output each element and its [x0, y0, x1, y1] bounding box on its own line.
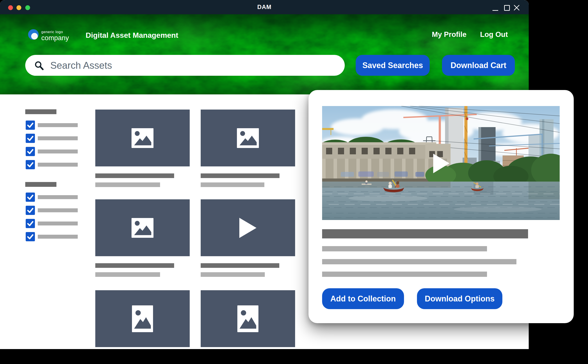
asset-tile-image[interactable] — [201, 110, 295, 166]
download-cart-button[interactable]: Download Cart — [442, 55, 515, 76]
checkbox-checked[interactable] — [26, 219, 35, 228]
maximize-icon[interactable] — [504, 5, 510, 11]
asset-tile-image[interactable] — [95, 110, 190, 166]
filter-row — [26, 121, 91, 130]
minimize-icon[interactable] — [492, 10, 498, 11]
search-icon — [34, 60, 44, 71]
checkbox-checked[interactable] — [26, 147, 35, 156]
logo-line1: generic logo — [41, 30, 69, 34]
hero-shading — [0, 14, 529, 94]
saved-searches-button[interactable]: Saved Searches — [356, 55, 430, 76]
asset-title-placeholder — [95, 263, 174, 268]
nav-my-profile[interactable]: My Profile — [432, 30, 467, 39]
checkbox-checked[interactable] — [26, 206, 35, 215]
filter-row — [26, 232, 91, 241]
asset-title-placeholder — [95, 173, 174, 178]
company-logo-text: generic logo company — [41, 30, 69, 41]
check-icon — [26, 193, 35, 202]
filter-group-1-header-placeholder — [25, 109, 56, 114]
logo-line2: company — [41, 34, 69, 41]
asset-subtitle-placeholder — [201, 182, 264, 187]
video-preview[interactable] — [322, 106, 560, 220]
filter-row — [26, 147, 91, 156]
filter-label-placeholder — [38, 136, 78, 140]
filter-label-placeholder — [38, 123, 78, 127]
asset-tile-video[interactable] — [201, 199, 295, 256]
asset-subtitle-placeholder — [201, 272, 265, 277]
check-icon — [26, 160, 35, 169]
image-placeholder-icon — [237, 128, 259, 148]
logo-dot — [31, 33, 38, 39]
checkbox-checked[interactable] — [26, 121, 35, 130]
search-bar — [25, 55, 345, 76]
asset-tile-image[interactable] — [201, 290, 295, 347]
asset-tile-image[interactable] — [95, 290, 190, 347]
page-title: Digital Asset Management — [86, 31, 178, 39]
filter-label-placeholder — [38, 163, 78, 167]
check-icon — [26, 219, 35, 228]
asset-title-placeholder — [322, 229, 528, 238]
image-placeholder-icon — [131, 128, 153, 148]
filter-group-2-header-placeholder — [25, 182, 56, 187]
checkbox-checked[interactable] — [26, 232, 35, 241]
checkbox-checked[interactable] — [26, 160, 35, 169]
desktop: { "window": { "title": "DAM", "traffic_l… — [0, 0, 588, 364]
search-input[interactable] — [50, 60, 345, 71]
check-icon — [26, 147, 35, 156]
check-icon — [26, 134, 35, 143]
add-to-collection-button[interactable]: Add to Collection — [322, 288, 404, 309]
checkbox-checked[interactable] — [26, 134, 35, 143]
filter-row — [26, 160, 91, 169]
asset-tile-image[interactable] — [95, 199, 190, 256]
filter-row — [26, 193, 91, 202]
check-icon — [26, 121, 35, 130]
play-icon — [239, 218, 256, 238]
filter-row — [26, 219, 91, 228]
image-placeholder-icon — [132, 306, 153, 332]
nav-log-out[interactable]: Log Out — [480, 30, 508, 39]
asset-meta-placeholder — [322, 259, 516, 264]
asset-title-placeholder — [201, 263, 279, 268]
image-placeholder-icon — [237, 306, 258, 332]
check-icon — [26, 232, 35, 241]
filter-row — [26, 134, 91, 143]
download-options-button[interactable]: Download Options — [417, 288, 502, 309]
asset-meta-placeholder — [322, 272, 487, 277]
image-placeholder-icon — [131, 218, 153, 238]
asset-subtitle-placeholder — [95, 182, 160, 187]
asset-subtitle-placeholder — [95, 272, 160, 277]
filter-label-placeholder — [38, 150, 78, 153]
window-titlebar: DAM — [0, 0, 529, 14]
header-nav: My Profile Log Out — [432, 30, 508, 39]
asset-detail-modal: Add to Collection Download Options — [308, 90, 574, 323]
filter-label-placeholder — [38, 235, 78, 239]
filter-row — [26, 206, 91, 215]
filter-label-placeholder — [38, 221, 78, 226]
check-icon — [26, 206, 35, 215]
checkbox-checked[interactable] — [26, 193, 35, 202]
filter-label-placeholder — [38, 195, 78, 199]
hero-header: generic logo company Digital Asset Manag… — [0, 14, 529, 94]
asset-title-placeholder — [201, 173, 280, 178]
company-logo-icon[interactable] — [28, 29, 39, 40]
asset-meta-placeholder — [322, 246, 487, 251]
window-title: DAM — [0, 0, 529, 14]
video-still-lake-city — [322, 106, 560, 220]
close-icon[interactable] — [513, 4, 520, 11]
filter-label-placeholder — [38, 208, 78, 212]
